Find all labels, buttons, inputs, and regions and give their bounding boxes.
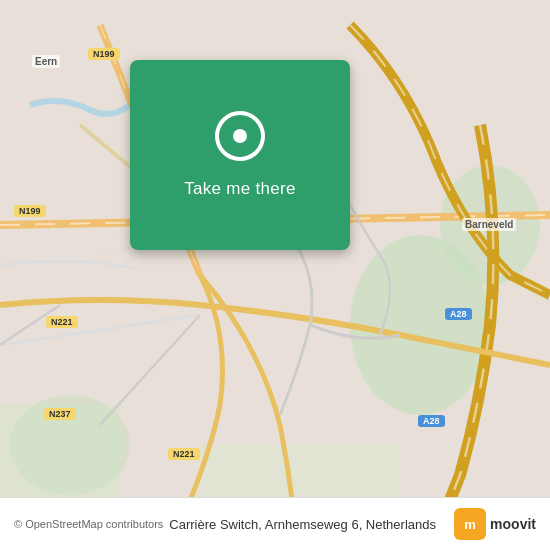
area-label-eern: Eern (32, 55, 60, 68)
copyright-text: © OpenStreetMap contributors (14, 518, 163, 530)
road-label-n199-top: N199 (88, 48, 120, 60)
road-label-n221-mid: N221 (46, 316, 78, 328)
bottom-bar-left: © OpenStreetMap contributors Carrière Sw… (14, 517, 436, 532)
bottom-bar: © OpenStreetMap contributors Carrière Sw… (0, 497, 550, 550)
location-card[interactable]: Take me there (130, 60, 350, 250)
road-label-n221-bot: N221 (168, 448, 200, 460)
area-label-barneveld: Barneveld (462, 218, 516, 231)
moovit-text: moovit (490, 516, 536, 532)
moovit-icon: m (454, 508, 486, 540)
moovit-logo: m moovit (454, 508, 536, 540)
location-name: Carrière Switch, Arnhemseweg 6, Netherla… (169, 517, 436, 532)
road-label-n237: N237 (44, 408, 76, 420)
road-label-n199-left: N199 (14, 205, 46, 217)
road-label-a28-bot: A28 (418, 415, 445, 427)
location-pin (215, 111, 265, 161)
map-container: N199 N199 N221 N221 N237 A28 A28 Eern Ba… (0, 0, 550, 550)
road-label-a28-right: A28 (445, 308, 472, 320)
take-me-there-button[interactable]: Take me there (184, 179, 296, 199)
